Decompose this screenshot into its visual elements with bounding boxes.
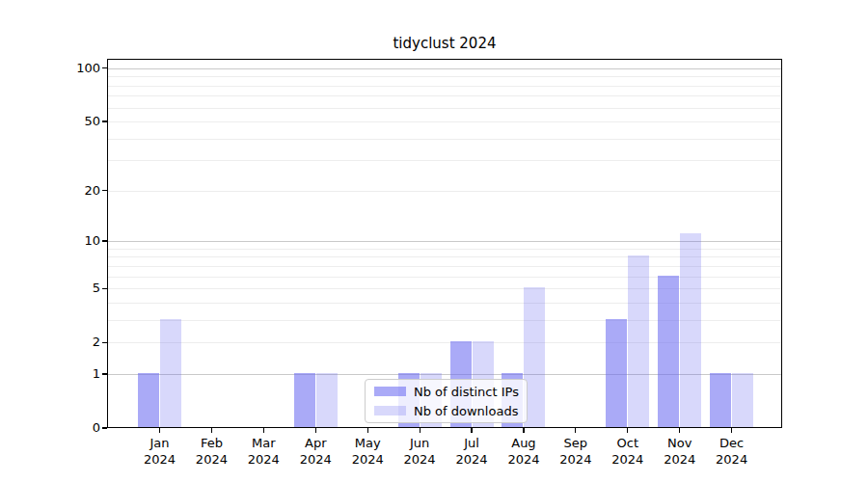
x-tick-label: Nov2024 [651, 435, 709, 468]
gridline-minor [108, 160, 781, 161]
y-tick-label: 50 [54, 114, 100, 129]
x-tick-label: Apr2024 [286, 435, 344, 468]
y-tick-mark [102, 190, 107, 191]
x-tick-mark [159, 428, 160, 433]
x-tick-label: Dec2024 [703, 435, 761, 468]
legend-label: Nb of downloads [414, 404, 518, 418]
gridline-minor [108, 121, 781, 122]
x-tick-label: Sep2024 [547, 435, 605, 468]
y-tick-label: 1 [54, 366, 100, 382]
bar-downloads-apr-2024 [316, 373, 338, 427]
y-tick-label: 10 [54, 233, 100, 249]
bar-downloads-jan-2024 [160, 319, 181, 427]
x-tick-mark [679, 428, 680, 433]
y-tick-label: 5 [54, 281, 100, 296]
x-tick-label: Jun2024 [391, 435, 448, 468]
x-tick-mark [627, 428, 628, 433]
x-tick-label: Aug2024 [495, 435, 553, 468]
bar-distinct-ips-apr-2024 [294, 373, 315, 427]
gridline-minor [108, 108, 781, 109]
plot-area [107, 59, 782, 428]
bar-downloads-oct-2024 [628, 255, 649, 427]
x-tick-label: Jan2024 [131, 435, 189, 468]
gridline-minor [108, 95, 781, 96]
bar-downloads-nov-2024 [680, 233, 701, 427]
y-tick-mark [102, 67, 107, 68]
y-tick-mark [102, 342, 107, 343]
x-tick-mark [263, 428, 264, 433]
legend: Nb of distinct IPs Nb of downloads [365, 379, 528, 423]
legend-item-distinct-ips: Nb of distinct IPs [374, 384, 527, 399]
bar-distinct-ips-dec-2024 [710, 373, 731, 427]
x-tick-label: Oct2024 [599, 435, 657, 468]
x-tick-mark [731, 428, 732, 433]
x-tick-label: Jul2024 [443, 435, 501, 468]
y-tick-label: 2 [54, 335, 100, 350]
x-tick-mark [471, 428, 472, 433]
y-tick-mark [102, 427, 107, 428]
x-tick-mark [420, 428, 420, 433]
x-tick-mark [315, 428, 316, 433]
x-tick-mark [575, 428, 576, 433]
bar-distinct-ips-oct-2024 [606, 319, 627, 427]
y-tick-mark [102, 288, 107, 289]
legend-label: Nb of distinct IPs [414, 385, 519, 399]
gridline-minor [108, 191, 781, 192]
legend-swatch-downloads [374, 406, 406, 415]
x-tick-label: Feb2024 [182, 435, 240, 468]
y-tick-label: 100 [54, 61, 100, 76]
x-tick-mark [367, 428, 368, 433]
chart-title: tidyclust 2024 [107, 35, 782, 52]
x-tick-label: May2024 [339, 435, 396, 468]
y-tick-mark [102, 120, 107, 121]
y-tick-mark [102, 240, 107, 241]
bar-distinct-ips-nov-2024 [658, 276, 679, 427]
y-tick-label: 20 [54, 183, 100, 199]
x-tick-mark [523, 428, 524, 433]
legend-swatch-distinct-ips [374, 387, 406, 396]
legend-item-downloads: Nb of downloads [374, 403, 527, 418]
gridline-major [108, 68, 781, 69]
bar-downloads-dec-2024 [732, 373, 753, 427]
figure: tidyclust 2024 Nb of distinct IPs Nb of … [0, 0, 868, 482]
y-tick-mark [102, 373, 107, 374]
gridline-minor [108, 76, 781, 77]
y-tick-label: 0 [54, 420, 100, 436]
x-tick-mark [211, 428, 212, 433]
gridline-minor [108, 86, 781, 87]
bar-distinct-ips-jan-2024 [138, 373, 159, 427]
gridline-minor [108, 139, 781, 140]
x-tick-label: Mar2024 [234, 435, 292, 468]
